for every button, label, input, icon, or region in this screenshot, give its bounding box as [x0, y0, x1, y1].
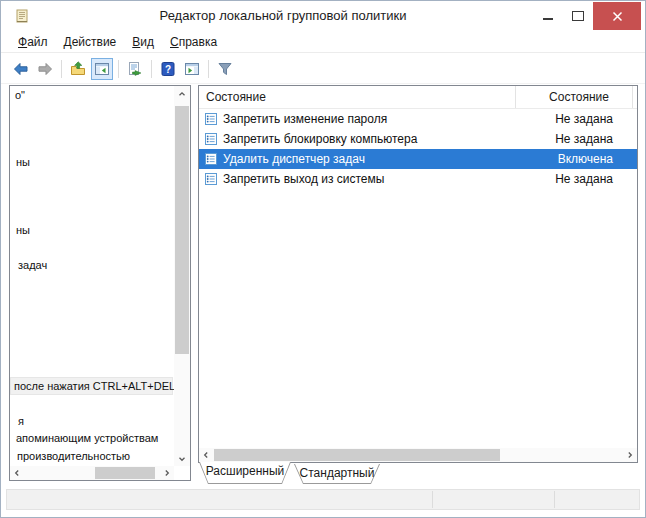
column-header-state[interactable]: Состояние [516, 86, 609, 108]
tab-label: Расширенный [199, 462, 291, 484]
back-icon [13, 61, 29, 77]
list-horizontal-scrollbar[interactable] [199, 448, 637, 462]
policy-state: Не задана [516, 132, 613, 146]
chevron-right-icon [162, 468, 172, 478]
action-pane-icon [184, 61, 200, 77]
tree-item[interactable]: ны [13, 222, 33, 238]
chevron-down-icon [177, 454, 187, 464]
scrollbar-thumb[interactable] [95, 467, 155, 479]
policy-setting-icon-wrap [204, 112, 218, 126]
status-bar-separator [554, 491, 555, 508]
policy-setting-icon-wrap [204, 132, 218, 146]
policy-row[interactable]: Запретить выход из системыНе задана [199, 169, 637, 189]
policy-setting-icon [204, 152, 218, 166]
menu-item-view[interactable]: Вид [124, 33, 162, 51]
filter-button[interactable] [214, 58, 236, 80]
console-tree-icon [94, 61, 110, 77]
tree-vertical-scrollbar[interactable] [174, 86, 190, 466]
tree-item[interactable]: после нажатия CTRL+ALT+DEL [10, 377, 173, 395]
policy-setting-icon [204, 112, 218, 126]
policy-name: Запретить выход из системы [223, 172, 384, 186]
policy-state: Не задана [516, 172, 613, 186]
chevron-right-icon [625, 450, 635, 460]
toolbar-separator [151, 60, 152, 78]
window-controls [533, 2, 641, 30]
policy-setting-icon [204, 172, 218, 186]
tab-label: Стандартный [294, 464, 380, 484]
policy-state: Не задана [516, 112, 613, 126]
policy-rows: Запретить изменение пароляНе заданаЗапре… [199, 109, 637, 189]
toolbar-separator [118, 60, 119, 78]
maximize-button[interactable] [563, 2, 593, 30]
scroll-right-arrow[interactable] [623, 448, 637, 462]
export-list-icon [127, 61, 143, 77]
console-tree-panel: о"нынызадачпосле нажатия CTRL+ALT+DELяап… [9, 85, 191, 481]
settings-list-panel: Состояние Состояние Запретить изменение … [198, 85, 638, 463]
app-icon [14, 8, 30, 24]
scroll-up-arrow[interactable] [174, 86, 190, 101]
menu-bar: ФайлДействиеВидСправка [1, 31, 645, 53]
tree-item[interactable]: я [15, 413, 27, 429]
policy-name: Запретить изменение пароля [223, 112, 387, 126]
tree-item[interactable]: производительностью [14, 448, 133, 464]
menu-item-help[interactable]: Справка [162, 33, 225, 51]
scroll-left-arrow[interactable] [199, 448, 213, 462]
chevron-left-icon [201, 450, 211, 460]
window-title: Редактор локальной групповой политики [61, 1, 505, 31]
tree-item[interactable]: апоминающим устройствам [13, 430, 161, 446]
forward-icon [37, 61, 53, 77]
view-tabstrip: РасширенныйСтандартный [198, 463, 638, 486]
policy-row[interactable]: Запретить изменение пароляНе задана [199, 109, 637, 129]
minimize-button[interactable] [533, 2, 563, 30]
tree-horizontal-scrollbar[interactable] [10, 466, 174, 480]
maximize-icon [572, 11, 584, 21]
policy-name: Удалить диспетчер задач [223, 152, 365, 166]
status-bar-separator [432, 491, 433, 508]
policy-setting-icon [204, 132, 218, 146]
policy-row[interactable]: Запретить блокировку компьютераНе задана [199, 129, 637, 149]
minimize-icon [543, 18, 553, 20]
close-icon [612, 11, 623, 22]
policy-name: Запретить блокировку компьютера [223, 132, 417, 146]
column-divider[interactable] [632, 86, 633, 108]
chevron-up-icon [177, 89, 187, 99]
toolbar: ? [1, 54, 645, 84]
export-list-button[interactable] [124, 58, 146, 80]
tab-standard[interactable]: Стандартный [294, 464, 380, 484]
toolbar-separator [208, 60, 209, 78]
column-header-setting[interactable]: Состояние [199, 86, 515, 108]
menu-item-action[interactable]: Действие [56, 33, 125, 51]
tree-item[interactable]: ны [13, 154, 33, 170]
close-button[interactable] [593, 2, 641, 30]
tree-item[interactable]: о" [12, 87, 28, 103]
tab-extended[interactable]: Расширенный [199, 462, 291, 484]
group-policy-editor-window: Редактор локальной групповой политики Фа… [0, 0, 646, 518]
help-icon: ? [160, 61, 176, 77]
toolbar-separator [61, 60, 62, 78]
back-button[interactable] [10, 58, 32, 80]
console-tree-button[interactable] [91, 58, 113, 80]
title-bar: Редактор локальной групповой политики [1, 1, 645, 31]
status-bar [6, 489, 640, 510]
scroll-right-arrow[interactable] [160, 466, 174, 480]
scrollbar-thumb[interactable] [175, 106, 189, 354]
action-pane-button[interactable] [181, 58, 203, 80]
help-button[interactable]: ? [157, 58, 179, 80]
policy-state: Включена [516, 152, 613, 166]
scrollbar-thumb[interactable] [214, 449, 500, 461]
policy-row[interactable]: Удалить диспетчер задачВключена [199, 149, 637, 169]
policy-setting-icon-wrap [204, 152, 218, 166]
tree-item[interactable]: задач [15, 257, 50, 273]
list-header: Состояние Состояние [199, 86, 637, 109]
chevron-left-icon [12, 468, 22, 478]
svg-text:?: ? [165, 63, 171, 74]
scroll-left-arrow[interactable] [10, 466, 24, 480]
scroll-down-arrow[interactable] [174, 451, 190, 466]
up-one-level-button[interactable] [67, 58, 89, 80]
menu-item-file[interactable]: Файл [10, 33, 56, 51]
policy-setting-icon-wrap [204, 172, 218, 186]
up-one-level-icon [70, 61, 86, 77]
filter-icon [217, 61, 233, 77]
forward-button[interactable] [34, 58, 56, 80]
